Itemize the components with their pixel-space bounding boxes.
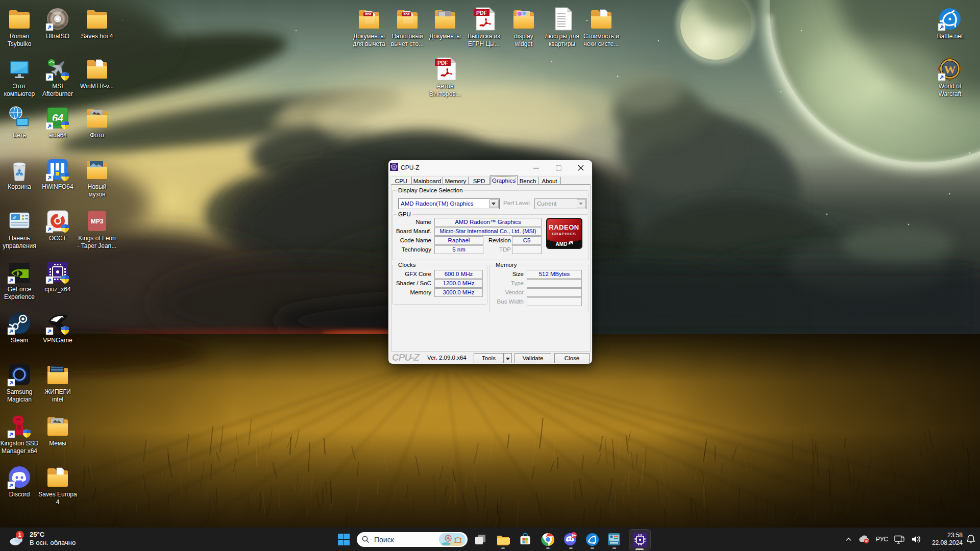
svg-text:PDF: PDF <box>403 13 409 16</box>
svg-text:W: W <box>944 63 956 76</box>
svg-text:RADEON: RADEON <box>549 223 579 231</box>
svg-text:AMD: AMD <box>556 241 568 247</box>
svg-text:PDF: PDF <box>437 60 449 66</box>
svg-text:PDF: PDF <box>476 10 487 16</box>
svg-text:GRAPHICS: GRAPHICS <box>552 232 576 236</box>
svg-text:MP3: MP3 <box>91 218 104 225</box>
svg-text:PDF: PDF <box>365 13 371 16</box>
svg-text:9+: 9+ <box>572 534 576 537</box>
